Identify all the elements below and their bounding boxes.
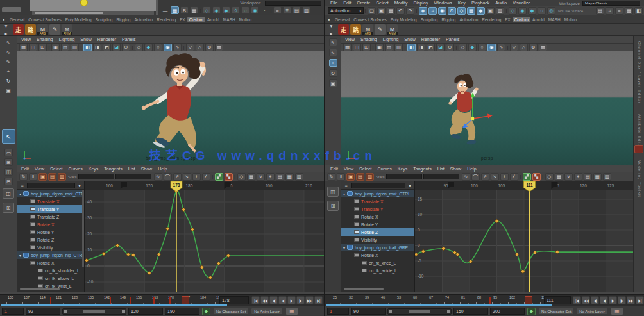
step-forward-frame-button[interactable]: |▶ [618,296,626,304]
camera-lock-icon[interactable]: ◫ [353,44,361,51]
range-slider[interactable] [387,308,452,315]
menu-set-dropdown[interactable]: Animation▾ [328,7,364,14]
animation-start-field[interactable]: 1 [327,308,349,315]
layout-four-pane-button[interactable]: ⊞ [4,158,13,166]
linear-tangent-icon[interactable]: ↗ [173,173,182,181]
lock-tangent-weight-icon[interactable]: ▦ [555,173,563,181]
lasso-tool[interactable]: ∿ [4,48,13,56]
menu-file[interactable]: File [330,1,337,5]
menu-list[interactable]: List [128,167,135,171]
menu-keys[interactable]: Keys [398,167,408,171]
shading-smooth-icon[interactable]: ◧ [407,44,416,51]
lighting-icon[interactable]: ◪ [436,44,445,51]
character-set-button[interactable]: No Character Set [538,308,574,315]
step-back-frame-button[interactable]: ◀| [269,296,278,304]
channel-tree-item[interactable]: Rotate Y [17,228,84,236]
value-snap-icon[interactable]: ▦ [285,173,294,181]
shelf-maya-button-1[interactable]: MARS [362,24,373,35]
channel-tree-item[interactable]: Rotate Y [341,220,414,228]
history-icon[interactable]: ◊ [232,6,240,14]
tool-settings-toggle-icon[interactable]: ≡ [615,7,623,15]
animation-end-field[interactable]: 190 [165,308,199,315]
shelf-tab-curves-surfaces[interactable]: Curves / Surfaces [352,17,389,22]
snap-viewport-icon[interactable]: ▦ [19,44,28,51]
step-forward-key-button[interactable]: ▶▶ [305,296,314,304]
menu-panels[interactable]: Panels [446,37,459,42]
ambient-occlusion-icon[interactable]: ○ [154,44,162,51]
caret-icon[interactable]: ▾ [343,192,345,196]
add-curve-icon[interactable]: + [574,173,582,181]
graph-editor-plot[interactable]: 160170180190200210403020100-10178 [85,181,324,292]
lattice-deform-keys-icon[interactable]: ▥ [366,173,374,181]
history-icon[interactable]: ◉ [251,6,259,14]
shelf-tab-rigging[interactable]: Rigging [439,17,457,22]
script-editor-toggle-icon[interactable]: ⊞ [327,201,339,211]
gate-mask-icon[interactable]: ▥ [71,44,79,51]
shelf-tab-rendering[interactable]: Rendering [480,17,503,22]
auto-load-graph-icon[interactable]: ∨ [257,173,265,181]
range-handle-left[interactable] [64,310,67,313]
play-backward-button[interactable]: ◀ [600,296,608,304]
sidebar-toggle-icon[interactable]: ▤ [292,6,301,14]
step-back-key-button[interactable]: ◀◀ [582,296,590,304]
outliner-hscrollbar[interactable] [20,288,60,290]
lock-tangent-weight-icon[interactable]: ▦ [247,173,255,181]
channel-tree-item[interactable]: cn_fk_ankle_L [341,267,414,274]
menu-keys[interactable]: Keys [89,167,99,171]
play-forward-button[interactable]: ▶ [287,296,296,304]
break-tangent-icon[interactable]: ▞ [523,173,531,181]
new-scene-icon[interactable]: ▢ [368,7,376,15]
channel-tree-item[interactable]: cn_fk_knee_L [341,259,414,267]
channel-tree-item[interactable]: Rotate X [341,213,414,220]
shelf-maya-button-2[interactable]: MANIM [62,24,72,35]
step-back-frame-button[interactable]: ◀| [591,296,599,304]
animation-end-field[interactable]: 200 [490,308,525,315]
layout-split-pane-button[interactable]: ⊟ [4,178,13,185]
ambient-occlusion-icon[interactable]: ○ [478,44,486,51]
antialias-icon[interactable]: ◉ [164,44,172,51]
menu-select[interactable]: Select [50,167,62,171]
exposure-icon[interactable]: ⊕ [205,44,214,51]
history-icon[interactable]: ◈ [212,6,221,14]
greasepencil-icon[interactable]: ▽ [186,44,194,51]
shelf-menu-icon[interactable]: ▾ [2,22,10,29]
current-time-field[interactable]: 111 [544,296,571,304]
shelf-tab-animation[interactable]: Animation [132,17,155,22]
playback-start-field[interactable]: 92 [26,308,60,315]
range-slider-thumb[interactable] [409,310,430,313]
menu-visualize[interactable]: Visualize [513,1,530,5]
add-keys-icon[interactable]: ▤ [48,173,56,181]
scale-tool[interactable]: ▣ [4,87,13,94]
attribute-editor-toggle-icon[interactable]: ⌗ [606,7,614,15]
layout-two-pane-button[interactable]: ◫ [4,168,13,176]
shelf-tab-rendering[interactable]: Rendering [155,17,178,22]
keyframe-key[interactable] [555,250,559,254]
outliner-hscrollbar[interactable] [344,288,384,290]
outliner-vscrollbar[interactable] [82,190,84,267]
shelf-tab-mash[interactable]: MASH [221,17,237,22]
play-backward-button[interactable]: ◀ [278,296,287,304]
isolate-select-icon[interactable]: ◆ [144,44,153,51]
stats-frame-field[interactable] [78,174,114,179]
exposure-icon[interactable]: ⊕ [529,44,538,51]
menu-select[interactable]: Select [359,167,371,171]
add-curve-icon[interactable]: + [266,173,275,181]
shelf-tab-mash[interactable]: MASH [547,17,563,22]
shelf-tab-rigging[interactable]: Rigging [114,17,132,22]
keyframe-key[interactable] [115,244,119,247]
channel-tree-item[interactable]: Translate X [17,197,84,205]
motion-trail-icon[interactable]: ∿ [497,44,505,51]
shelf-script-button-1[interactable]: 走 [338,24,349,35]
snap-buffer-icon[interactable]: ‖ [337,173,345,181]
snap-viewport-icon[interactable]: ▦ [343,44,352,51]
outliner-toggle-icon[interactable]: ◫ [3,188,14,199]
shelf-tab-sculpting[interactable]: Sculpting [94,17,115,22]
animation-preferences-icon[interactable]: ▦ [285,307,298,315]
menu-audio[interactable]: Audio [495,1,507,5]
paint-select-tool[interactable]: ✎ [4,58,13,65]
filter-icon[interactable]: ≡ [343,181,349,189]
shelf-brush-button[interactable]: ✎ [49,24,60,35]
sidebar-toggle-icon[interactable]: ⌗ [283,6,291,14]
shelf-menu-icon[interactable]: ▾ [327,22,335,29]
lighting-icon[interactable]: ◪ [112,44,121,51]
